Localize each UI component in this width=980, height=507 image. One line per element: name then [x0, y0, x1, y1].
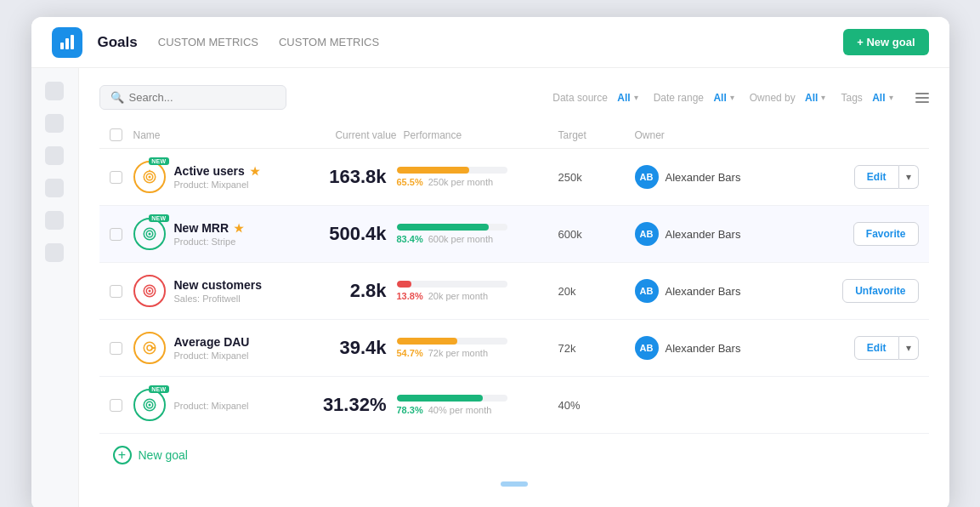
goal-icon: NEW — [133, 389, 166, 421]
logo — [52, 27, 82, 58]
goal-source: Product: Stripe — [174, 236, 312, 247]
perf-pct: 54.7% — [397, 348, 423, 358]
filter-data-source[interactable]: Data source All ▾ — [552, 92, 637, 104]
row-checkbox[interactable] — [110, 285, 122, 298]
new-badge: NEW — [149, 157, 168, 165]
performance-col: 13.8% 20k per month — [397, 281, 558, 301]
svg-rect-0 — [60, 43, 64, 49]
goal-name: New customers — [174, 278, 262, 292]
target-col: 250k — [558, 171, 635, 184]
row-checkbox[interactable] — [110, 171, 122, 184]
main-layout: 🔍 Data source All ▾ Date range All ▾ — [31, 68, 949, 507]
perf-target-label: 20k per month — [428, 291, 488, 301]
table-row: ⠿ NEW — [99, 206, 929, 263]
goal-current-value: 2.8k — [312, 280, 397, 302]
filter-date-range[interactable]: Date range All ▾ — [654, 92, 734, 104]
content-area: 🔍 Data source All ▾ Date range All ▾ — [79, 68, 949, 507]
sidebar-item-4[interactable] — [45, 179, 64, 197]
col-header-target: Target — [558, 129, 635, 141]
sidebar-item-5[interactable] — [45, 211, 64, 230]
sidebar-item-6[interactable] — [45, 243, 64, 262]
search-box: 🔍 — [99, 85, 286, 110]
goal-current-value: 163.8k — [312, 166, 397, 188]
owner-col: AB Alexander Bars — [635, 279, 779, 303]
sidebar-item-1[interactable] — [45, 82, 64, 100]
filter-tags[interactable]: Tags All ▾ — [841, 92, 892, 104]
perf-pct: 83.4% — [397, 234, 423, 244]
perf-pct: 13.8% — [397, 291, 423, 301]
actions-col: Favorite — [779, 222, 919, 246]
actions-col: Unfavorite — [779, 279, 919, 303]
goal-info: Active users ★ Product: Mixpanel — [174, 164, 312, 190]
svg-rect-1 — [65, 38, 69, 49]
app-window: Goals CUSTOM METRICS CUSTOM METRICS + Ne… — [31, 17, 949, 507]
target-col: 20k — [558, 285, 635, 298]
row-checkbox[interactable] — [110, 228, 122, 241]
select-all-checkbox[interactable] — [110, 128, 122, 141]
filter-group: Data source All ▾ Date range All ▾ Owned… — [552, 92, 928, 104]
performance-col: 54.7% 72k per month — [397, 338, 558, 358]
edit-button[interactable]: Edit — [854, 336, 899, 360]
col-header-value: Current value — [312, 129, 397, 141]
add-new-goal-row[interactable]: + New goal — [99, 434, 929, 476]
actions-col: Edit ▾ — [779, 336, 919, 360]
owner-col: AB Alexander Bars — [635, 336, 779, 360]
svg-point-9 — [149, 233, 150, 235]
svg-point-5 — [149, 176, 150, 178]
chevron-down-icon: ▾ — [634, 93, 638, 102]
row-checkbox[interactable] — [110, 342, 122, 355]
unfavorite-button[interactable]: Unfavorite — [842, 279, 918, 303]
perf-target-label: 250k per month — [428, 177, 493, 187]
nav-custom-metrics-2[interactable]: CUSTOM METRICS — [279, 32, 379, 52]
new-badge: NEW — [149, 385, 168, 393]
performance-col: 65.5% 250k per month — [397, 167, 558, 187]
col-header-owner: Owner — [635, 129, 779, 141]
goal-name: Active users — [174, 164, 245, 178]
filter-owned-by[interactable]: Owned by All ▾ — [750, 92, 826, 104]
avatar: AB — [635, 279, 659, 303]
sidebar-item-2[interactable] — [45, 114, 64, 133]
edit-button[interactable]: Edit — [854, 165, 899, 189]
search-input[interactable] — [129, 91, 275, 104]
sidebar-item-3[interactable] — [45, 146, 64, 165]
menu-icon[interactable] — [915, 93, 929, 103]
perf-target-label: 72k per month — [428, 348, 488, 358]
table-row: ⠿ NEW — [99, 377, 929, 434]
goal-icon: NEW — [133, 218, 166, 250]
goal-source: Product: Mixpanel — [174, 350, 312, 361]
owner-col: AB Alexander Bars — [635, 222, 779, 246]
new-badge: NEW — [149, 214, 168, 222]
goal-current-value: 31.32% — [312, 394, 397, 416]
chevron-down-icon: ▾ — [821, 93, 825, 102]
perf-target-label: 40% per month — [428, 405, 492, 415]
favorite-button[interactable]: Favorite — [853, 222, 919, 246]
actions-col: Edit ▾ — [779, 165, 919, 189]
owner-name: Alexander Bars — [666, 171, 741, 184]
star-icon[interactable]: ★ — [250, 165, 260, 178]
sidebar — [31, 68, 79, 507]
goal-info: Average DAU Product: Mixpanel — [174, 335, 312, 361]
chevron-down-icon: ▾ — [889, 93, 893, 102]
edit-dropdown-button[interactable]: ▾ — [899, 336, 919, 360]
goal-name: Average DAU — [174, 335, 250, 349]
goal-source: Sales: Profitwell — [174, 293, 312, 304]
goal-source: Product: Mixpanel — [174, 179, 312, 190]
performance-col: 78.3% 40% per month — [397, 395, 558, 415]
avatar: AB — [635, 222, 659, 246]
target-col: 40% — [558, 399, 635, 412]
goal-info: New MRR ★ Product: Stripe — [174, 221, 312, 247]
perf-pct: 65.5% — [397, 177, 423, 187]
new-goal-label: New goal — [139, 448, 188, 462]
scroll-indicator — [501, 481, 528, 487]
goal-info: New customers Sales: Profitwell — [174, 278, 312, 304]
new-goal-button[interactable]: + New goal — [843, 29, 928, 55]
header: Goals CUSTOM METRICS CUSTOM METRICS + Ne… — [31, 17, 949, 68]
goal-icon: NEW — [133, 161, 166, 193]
goal-icon — [133, 332, 166, 364]
star-icon[interactable]: ★ — [234, 222, 244, 235]
row-checkbox[interactable] — [110, 399, 122, 412]
edit-dropdown-button[interactable]: ▾ — [899, 165, 919, 189]
nav-custom-metrics-1[interactable]: CUSTOM METRICS — [158, 32, 258, 52]
goal-source: Product: Mixpanel — [174, 401, 312, 411]
page-title: Goals — [98, 34, 138, 51]
